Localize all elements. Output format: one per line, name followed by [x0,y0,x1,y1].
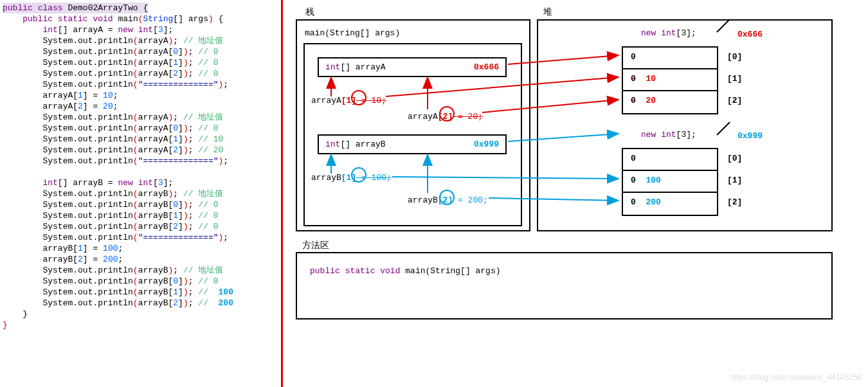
watermark: https://blog.csdn.net/weixin_44145258 [730,373,862,382]
main-signature: main(String[] args) [305,28,400,38]
assignA2: arrayA[2] = 20; [408,112,483,122]
arrayB-addr: 0x999 [474,140,499,149]
assignB2: arrayB[2] = 200; [408,195,488,205]
diagram-panel: 栈 堆 main(String[] args) int[] arrayA 0x6… [283,0,868,387]
class-name: Demo02ArrayTwo [68,3,138,13]
code-panel: public class Demo02ArrayTwo { public sta… [0,0,283,387]
method-area-sig: public static void main(String[] args) [310,266,501,276]
heapB-cells: 0[0] 0 100[1] 0 200[2] [622,148,718,216]
assignA1: arrayA[1] = 10; [311,96,386,105]
heapA-cells: 0[0] 0 10[1] 0 20[2] [622,46,718,114]
arrayA-addr: 0x666 [474,62,499,72]
heap-label: 堆 [543,6,552,18]
arrayA-var: int[] arrayA 0x666 [318,57,507,77]
heapB-addr: 0x999 [737,131,763,141]
heap-box: new int[3]; 0x666 0[0] 0 10[1] 0 20[2] n… [537,19,833,231]
method-area-label: 方法区 [302,240,329,251]
heapA-new: new int[3]; [641,28,696,38]
stack-box: main(String[] args) int[] arrayA 0x666 a… [296,19,530,231]
main-container: public class Demo02ArrayTwo { public sta… [0,0,868,387]
assignB1: arrayB[1] = 100; [311,173,392,183]
main-frame: int[] arrayA 0x666 arrayA[1] = 10; array… [303,43,522,226]
heapA-addr: 0x666 [737,30,763,39]
method-area-box: public static void main(String[] args) [296,252,833,320]
kw-public: public [3,3,33,13]
kw-class: class [38,3,63,13]
arrayB-var: int[] arrayB 0x999 [318,134,507,154]
heapB-new: new int[3]; [641,130,696,140]
stack-label: 栈 [305,6,314,18]
